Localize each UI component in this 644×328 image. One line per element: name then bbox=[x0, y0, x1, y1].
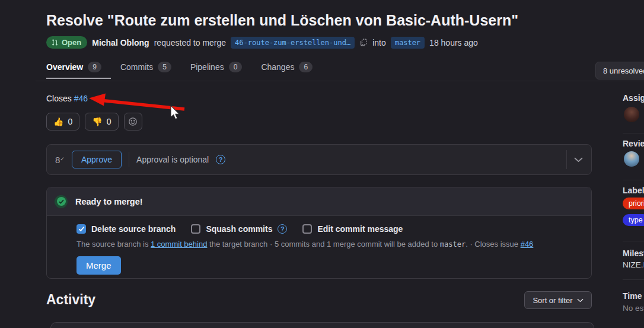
time-tracking-value: No estimate bbox=[623, 304, 644, 313]
add-emoji-button[interactable] bbox=[124, 113, 142, 130]
author-name[interactable]: Michal Oblong bbox=[92, 38, 149, 47]
approve-button[interactable]: Approve bbox=[72, 151, 122, 168]
sidebar-time-tracking-heading: Time tracking bbox=[623, 291, 644, 301]
tab-label: Pipelines bbox=[190, 62, 224, 72]
sidebar-divider bbox=[623, 133, 644, 133]
delete-source-branch-checkbox[interactable]: Delete source branch bbox=[76, 224, 176, 234]
tabs-divider bbox=[36, 81, 644, 81]
into-text: into bbox=[372, 38, 386, 47]
unresolved-threads-button[interactable]: 8 unresolved bbox=[595, 62, 644, 79]
tab-label: Overview bbox=[46, 62, 83, 72]
approval-optional-text: Approval is optional bbox=[136, 155, 209, 164]
merge-status-header: Ready to merge! bbox=[47, 187, 591, 216]
smiley-icon bbox=[128, 117, 138, 126]
tab-pipelines[interactable]: Pipelines 0 bbox=[190, 62, 243, 75]
closes-label: Closes bbox=[46, 94, 72, 103]
thumbs-up-button[interactable]: 👍 0 bbox=[46, 113, 79, 130]
page-title: Resolve "Route zum erstellen und Löschen… bbox=[46, 12, 598, 29]
merge-request-page: { "header": { "title": "Resolve \"Route … bbox=[0, 0, 644, 328]
target-branch-mono: master bbox=[440, 240, 466, 249]
tab-commits[interactable]: Commits 5 bbox=[120, 62, 171, 75]
activity-heading: Activity bbox=[46, 292, 95, 308]
comment-box[interactable] bbox=[50, 322, 594, 328]
thumbs-down-count: 0 bbox=[107, 117, 111, 126]
edit-commit-message-checkbox[interactable]: Edit commit message bbox=[302, 224, 403, 234]
sidebar-divider bbox=[623, 180, 644, 180]
thumbs-down-button[interactable]: 👎 0 bbox=[85, 113, 118, 130]
tab-count-badge: 9 bbox=[88, 62, 101, 72]
squash-commits-checkbox[interactable]: Squash commits ? bbox=[191, 224, 287, 234]
merge-status-text: Ready to merge! bbox=[75, 197, 143, 206]
active-tab-indicator bbox=[46, 78, 111, 79]
checkbox-unchecked-icon bbox=[302, 224, 312, 234]
sort-or-filter-button[interactable]: Sort or filter bbox=[524, 291, 592, 309]
closes-issue-link[interactable]: #46 bbox=[521, 240, 534, 249]
thumbs-up-count: 0 bbox=[68, 117, 72, 126]
merge-request-byline: Open Michal Oblong requested to merge 46… bbox=[46, 36, 478, 49]
status-badge-label: Open bbox=[62, 38, 81, 47]
merge-request-tabs: Overview 9 Commits 5 Pipelines 0 Changes… bbox=[46, 62, 313, 75]
merge-button[interactable]: Merge bbox=[76, 256, 121, 275]
checkbox-unchecked-icon bbox=[191, 224, 200, 234]
tab-label: Changes bbox=[261, 62, 294, 72]
tab-count-badge: 6 bbox=[299, 62, 313, 72]
tab-count-badge: 0 bbox=[229, 62, 243, 72]
merge-summary-text: The source branch is 1 commit behind the… bbox=[76, 240, 583, 249]
divider bbox=[129, 152, 129, 167]
tab-count-badge: 5 bbox=[158, 62, 171, 72]
divider bbox=[566, 150, 567, 169]
mouse-cursor bbox=[171, 106, 179, 119]
closes-line: Closes #46 bbox=[46, 94, 88, 103]
ready-check-icon bbox=[55, 195, 68, 208]
commit-behind-link[interactable]: 1 commit behind bbox=[151, 240, 207, 249]
approval-help-icon[interactable]: ? bbox=[216, 155, 225, 164]
label-type[interactable]: type bbox=[623, 214, 644, 226]
thumbs-up-icon: 👍 bbox=[53, 117, 63, 126]
sidebar-milestone-heading: Milestone bbox=[623, 249, 644, 258]
tab-changes[interactable]: Changes 6 bbox=[261, 62, 313, 75]
target-branch-link[interactable]: master bbox=[391, 37, 425, 49]
requested-text: requested to merge bbox=[154, 38, 226, 47]
timestamp: 18 hours ago bbox=[429, 38, 478, 47]
approval-panel: 8✓ Approve Approval is optional ? bbox=[46, 144, 592, 175]
merge-widget: Ready to merge! Delete source branch Squ… bbox=[46, 187, 592, 279]
approvals-icon: 8✓ bbox=[55, 155, 65, 165]
assignee-avatar[interactable] bbox=[624, 107, 639, 122]
red-arrow-annotation bbox=[89, 94, 184, 110]
copy-branch-icon[interactable] bbox=[359, 38, 368, 47]
label-priority[interactable]: priority bbox=[623, 198, 644, 209]
sidebar-reviewer-heading: Reviewer bbox=[623, 139, 644, 148]
merge-request-icon bbox=[51, 39, 59, 46]
milestone-value[interactable]: NIZE.IO bbox=[623, 260, 644, 269]
reviewer-avatar[interactable] bbox=[624, 151, 639, 167]
sidebar-divider bbox=[623, 279, 644, 280]
sidebar-assignee-heading: Assignee bbox=[623, 93, 644, 103]
issue-link[interactable]: #46 bbox=[74, 94, 88, 103]
award-emoji-row: 👍 0 👎 0 bbox=[46, 113, 142, 130]
sidebar-labels-heading: Labels bbox=[623, 186, 644, 195]
sidebar-divider bbox=[623, 241, 644, 241]
status-badge: Open bbox=[46, 36, 87, 49]
approval-collapse-chevron-icon[interactable] bbox=[574, 157, 583, 163]
squash-help-icon[interactable]: ? bbox=[278, 224, 287, 234]
thumbs-down-icon: 👎 bbox=[92, 117, 102, 126]
checkbox-checked-icon bbox=[76, 224, 86, 234]
source-branch-link[interactable]: 46-route-zum-erstellen-und… bbox=[231, 37, 355, 49]
chevron-down-icon bbox=[577, 298, 584, 302]
merge-options-row: Delete source branch Squash commits ? Ed… bbox=[76, 224, 583, 234]
tab-overview[interactable]: Overview 9 bbox=[46, 62, 101, 75]
tab-label: Commits bbox=[120, 62, 153, 72]
